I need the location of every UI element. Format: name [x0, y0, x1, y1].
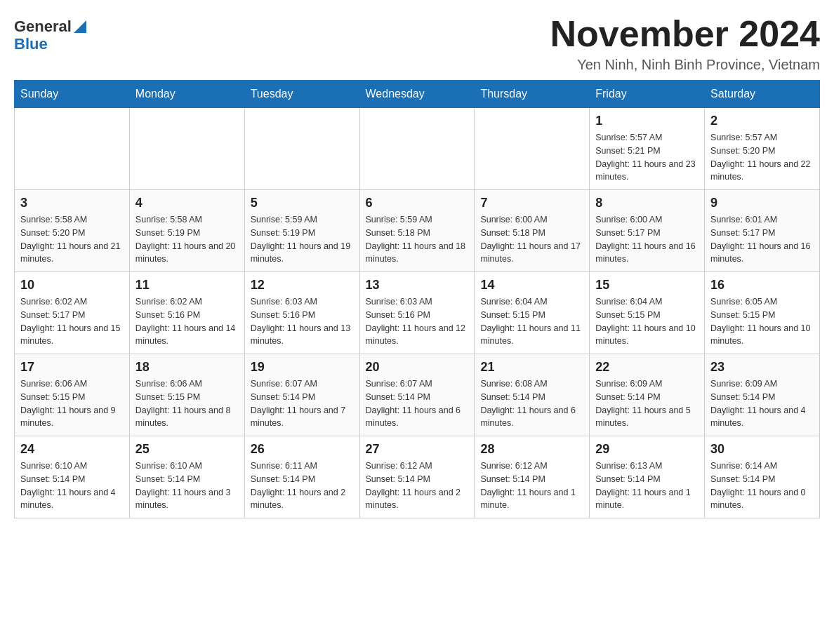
day-number: 21	[480, 360, 583, 375]
table-row: 17Sunrise: 6:06 AMSunset: 5:15 PMDayligh…	[15, 354, 130, 436]
day-info: Sunrise: 6:11 AMSunset: 5:14 PMDaylight:…	[251, 459, 354, 512]
day-info: Sunrise: 6:03 AMSunset: 5:16 PMDaylight:…	[251, 295, 354, 348]
header-sunday: Sunday	[15, 81, 130, 108]
page-header: General Blue November 2024 Yen Ninh, Nin…	[14, 14, 820, 73]
table-row: 7Sunrise: 6:00 AMSunset: 5:18 PMDaylight…	[475, 190, 590, 272]
day-info: Sunrise: 6:07 AMSunset: 5:14 PMDaylight:…	[251, 377, 354, 430]
day-info: Sunrise: 6:05 AMSunset: 5:15 PMDaylight:…	[710, 295, 814, 348]
day-number: 3	[20, 196, 124, 210]
day-number: 6	[366, 196, 469, 210]
day-number: 18	[135, 360, 239, 375]
day-info: Sunrise: 6:02 AMSunset: 5:16 PMDaylight:…	[135, 295, 239, 348]
logo: General Blue	[14, 18, 86, 53]
table-row: 5Sunrise: 5:59 AMSunset: 5:19 PMDaylight…	[244, 190, 359, 272]
day-info: Sunrise: 6:14 AMSunset: 5:14 PMDaylight:…	[710, 459, 814, 512]
header-wednesday: Wednesday	[359, 81, 475, 108]
day-number: 7	[480, 196, 583, 210]
header-friday: Friday	[590, 81, 705, 108]
day-number: 10	[20, 278, 124, 293]
day-info: Sunrise: 6:04 AMSunset: 5:15 PMDaylight:…	[595, 295, 699, 348]
logo-blue-text: Blue	[14, 35, 48, 53]
day-info: Sunrise: 5:57 AMSunset: 5:21 PMDaylight:…	[595, 131, 699, 184]
day-info: Sunrise: 6:08 AMSunset: 5:14 PMDaylight:…	[480, 377, 583, 430]
table-row: 29Sunrise: 6:13 AMSunset: 5:14 PMDayligh…	[590, 436, 705, 518]
table-row: 2Sunrise: 5:57 AMSunset: 5:20 PMDaylight…	[705, 108, 820, 190]
table-row: 6Sunrise: 5:59 AMSunset: 5:18 PMDaylight…	[359, 190, 475, 272]
day-number: 11	[135, 278, 239, 293]
day-info: Sunrise: 6:06 AMSunset: 5:15 PMDaylight:…	[135, 377, 239, 430]
calendar-week-row: 17Sunrise: 6:06 AMSunset: 5:15 PMDayligh…	[15, 354, 820, 436]
title-block: November 2024 Yen Ninh, Ninh Binh Provin…	[550, 14, 820, 73]
page-subtitle: Yen Ninh, Ninh Binh Province, Vietnam	[550, 57, 820, 73]
header-saturday: Saturday	[705, 81, 820, 108]
table-row: 12Sunrise: 6:03 AMSunset: 5:16 PMDayligh…	[244, 272, 359, 354]
table-row	[244, 108, 359, 190]
day-info: Sunrise: 5:59 AMSunset: 5:18 PMDaylight:…	[366, 213, 469, 266]
day-number: 26	[251, 442, 354, 457]
table-row	[359, 108, 475, 190]
day-number: 30	[710, 442, 814, 457]
day-number: 12	[251, 278, 354, 293]
day-number: 14	[480, 278, 583, 293]
calendar-week-row: 3Sunrise: 5:58 AMSunset: 5:20 PMDaylight…	[15, 190, 820, 272]
table-row: 23Sunrise: 6:09 AMSunset: 5:14 PMDayligh…	[705, 354, 820, 436]
table-row: 25Sunrise: 6:10 AMSunset: 5:14 PMDayligh…	[129, 436, 244, 518]
table-row: 30Sunrise: 6:14 AMSunset: 5:14 PMDayligh…	[705, 436, 820, 518]
table-row: 4Sunrise: 5:58 AMSunset: 5:19 PMDaylight…	[129, 190, 244, 272]
table-row: 15Sunrise: 6:04 AMSunset: 5:15 PMDayligh…	[590, 272, 705, 354]
table-row: 26Sunrise: 6:11 AMSunset: 5:14 PMDayligh…	[244, 436, 359, 518]
day-number: 17	[20, 360, 124, 375]
day-info: Sunrise: 6:07 AMSunset: 5:14 PMDaylight:…	[366, 377, 469, 430]
table-row: 24Sunrise: 6:10 AMSunset: 5:14 PMDayligh…	[15, 436, 130, 518]
page-title: November 2024	[550, 14, 820, 54]
table-row	[129, 108, 244, 190]
day-info: Sunrise: 6:09 AMSunset: 5:14 PMDaylight:…	[595, 377, 699, 430]
calendar-week-row: 1Sunrise: 5:57 AMSunset: 5:21 PMDaylight…	[15, 108, 820, 190]
day-info: Sunrise: 5:59 AMSunset: 5:19 PMDaylight:…	[251, 213, 354, 266]
day-info: Sunrise: 6:06 AMSunset: 5:15 PMDaylight:…	[20, 377, 124, 430]
day-number: 20	[366, 360, 469, 375]
day-number: 4	[135, 196, 239, 210]
table-row: 14Sunrise: 6:04 AMSunset: 5:15 PMDayligh…	[475, 272, 590, 354]
header-tuesday: Tuesday	[244, 81, 359, 108]
table-row: 21Sunrise: 6:08 AMSunset: 5:14 PMDayligh…	[475, 354, 590, 436]
day-info: Sunrise: 6:04 AMSunset: 5:15 PMDaylight:…	[480, 295, 583, 348]
day-number: 24	[20, 442, 124, 457]
header-monday: Monday	[129, 81, 244, 108]
table-row: 11Sunrise: 6:02 AMSunset: 5:16 PMDayligh…	[129, 272, 244, 354]
table-row: 13Sunrise: 6:03 AMSunset: 5:16 PMDayligh…	[359, 272, 475, 354]
day-number: 8	[595, 196, 699, 210]
day-number: 29	[595, 442, 699, 457]
table-row: 22Sunrise: 6:09 AMSunset: 5:14 PMDayligh…	[590, 354, 705, 436]
header-thursday: Thursday	[475, 81, 590, 108]
day-info: Sunrise: 5:57 AMSunset: 5:20 PMDaylight:…	[710, 131, 814, 184]
table-row: 16Sunrise: 6:05 AMSunset: 5:15 PMDayligh…	[705, 272, 820, 354]
table-row: 19Sunrise: 6:07 AMSunset: 5:14 PMDayligh…	[244, 354, 359, 436]
table-row	[15, 108, 130, 190]
table-row: 27Sunrise: 6:12 AMSunset: 5:14 PMDayligh…	[359, 436, 475, 518]
day-number: 15	[595, 278, 699, 293]
table-row: 18Sunrise: 6:06 AMSunset: 5:15 PMDayligh…	[129, 354, 244, 436]
day-info: Sunrise: 6:10 AMSunset: 5:14 PMDaylight:…	[135, 459, 239, 512]
table-row: 10Sunrise: 6:02 AMSunset: 5:17 PMDayligh…	[15, 272, 130, 354]
day-number: 22	[595, 360, 699, 375]
table-row: 8Sunrise: 6:00 AMSunset: 5:17 PMDaylight…	[590, 190, 705, 272]
day-number: 1	[595, 114, 699, 128]
day-info: Sunrise: 6:01 AMSunset: 5:17 PMDaylight:…	[710, 213, 814, 266]
day-number: 2	[710, 114, 814, 128]
day-info: Sunrise: 6:02 AMSunset: 5:17 PMDaylight:…	[20, 295, 124, 348]
calendar-table: Sunday Monday Tuesday Wednesday Thursday…	[14, 80, 820, 518]
table-row	[475, 108, 590, 190]
day-info: Sunrise: 6:00 AMSunset: 5:18 PMDaylight:…	[480, 213, 583, 266]
day-number: 23	[710, 360, 814, 375]
calendar-header-row: Sunday Monday Tuesday Wednesday Thursday…	[15, 81, 820, 108]
day-number: 19	[251, 360, 354, 375]
day-info: Sunrise: 6:10 AMSunset: 5:14 PMDaylight:…	[20, 459, 124, 512]
calendar-week-row: 24Sunrise: 6:10 AMSunset: 5:14 PMDayligh…	[15, 436, 820, 518]
table-row: 9Sunrise: 6:01 AMSunset: 5:17 PMDaylight…	[705, 190, 820, 272]
calendar-week-row: 10Sunrise: 6:02 AMSunset: 5:17 PMDayligh…	[15, 272, 820, 354]
svg-marker-0	[74, 20, 86, 33]
day-number: 28	[480, 442, 583, 457]
day-info: Sunrise: 6:12 AMSunset: 5:14 PMDaylight:…	[480, 459, 583, 512]
day-number: 13	[366, 278, 469, 293]
